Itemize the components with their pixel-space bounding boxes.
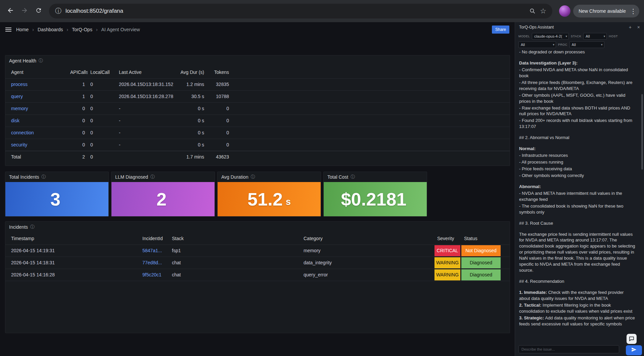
browser-toolbar: ⓘ localhost:8502/grafana ☆ New Chrome av… [0,0,644,22]
info-icon[interactable]: ⓘ [42,174,46,180]
host-label: HOST [609,35,618,38]
column-header[interactable]: Tokens [207,66,232,78]
status-badge: Diagnosed [461,269,501,280]
assistant-message: - NVDA and META have intermittent null v… [519,190,635,203]
forward-button[interactable] [17,4,32,18]
url-bar[interactable]: ⓘ localhost:8502/grafana ☆ [49,4,552,18]
assistant-message [519,56,635,59]
agent-link[interactable]: security [11,142,27,147]
stack-select[interactable]: All ▾ [583,33,607,40]
api-calls-cell: 1 [67,90,88,102]
avg-dur-cell: 0 s [175,115,207,127]
agent-health-title: Agent Health [9,58,36,63]
breadcrumb-item[interactable]: AI Agent Overview [92,27,140,32]
column-header[interactable]: Agent [5,66,67,78]
host-select[interactable]: All ▾ [518,41,556,48]
stack-label: STACK [571,35,581,38]
send-icon [631,347,637,354]
browser-menu-icon[interactable]: ⋮ [629,7,637,15]
column-header[interactable]: APICalls [67,66,88,78]
timestamp-cell: 2026-04-15 14:16:28 [5,269,140,281]
model-label: MODEL [518,35,530,38]
column-header[interactable]: Timestamp [5,232,140,244]
info-icon[interactable]: ⓘ [39,58,43,64]
assistant-message [519,274,635,278]
column-header[interactable]: Last Active [116,66,175,78]
issue-input[interactable] [518,345,619,353]
chrome-update-button[interactable]: New Chrome available ⋮ [573,5,639,17]
hamburger-icon[interactable] [5,27,11,33]
stat-panels-row: Total Incidents ⓘ 3 LLM Diagnosed ⓘ [5,172,510,217]
assistant-message: Normal: [519,146,635,152]
assistant-message: ## 3. Root Cause [519,220,635,226]
column-header[interactable]: Status [461,232,502,244]
reload-button[interactable] [32,4,46,18]
tokens-cell: 0 [207,115,232,127]
stat-title: Total Incidents [9,174,39,180]
agent-link[interactable]: memory [11,106,28,111]
info-icon[interactable]: ⓘ [150,174,155,180]
table-header-row: Agent APICalls LocalCall Last Active Avg… [5,66,510,78]
back-icon [7,7,14,15]
column-header[interactable]: Stack [169,232,301,244]
share-button[interactable]: Share [492,26,509,34]
chevron-down-icon: ▾ [553,43,554,46]
back-button[interactable] [3,4,17,18]
assistant-message: Data Investigation (Layer 3): [519,60,635,66]
breadcrumb-item[interactable]: Dashboards [29,27,63,32]
stat-panel: Avg Duration ⓘ 51.2 s [217,172,321,217]
page-info-icon[interactable]: ⓘ [55,7,61,15]
severity-badge: CRITICAL [434,245,460,256]
proc-label: PROC [558,43,567,46]
assistant-transcript: - No degraded or down processes Data Inv… [515,50,644,356]
send-button[interactable] [626,345,642,355]
incident-id-link[interactable]: 9f5c20c1 [142,272,162,277]
local-call-cell: 0 [88,90,116,102]
add-icon[interactable]: + [629,25,632,30]
column-header[interactable]: IncidentId [140,232,169,244]
breadcrumb-item[interactable]: TorQ-Ops [63,27,92,32]
agent-link[interactable]: connection [11,130,34,135]
avg-dur-cell: 0 s [175,127,207,139]
column-header[interactable]: Avg Dur (s) [175,66,207,78]
assistant-message: ## 2. Abnormal vs Normal [519,135,635,141]
agent-link[interactable]: query [11,94,23,99]
avatar[interactable] [559,5,570,17]
table-row: 2026-04-15 14:16:28 9f5c20c1 chat query_… [5,269,510,281]
incidents-panel: Incidents ⓘ Timestamp IncidentId Stack C… [5,221,510,333]
chevron-down-icon: ▾ [601,43,603,46]
column-header[interactable]: Category [301,232,434,244]
stat-title: LLM Diagnosed [115,174,148,180]
assistant-message: - Found 200+ records with null bid/ask v… [519,118,635,130]
last-active-cell: - [116,139,175,151]
chat-bubble-icon[interactable] [627,334,637,344]
assistant-message [519,227,635,231]
agent-link[interactable]: disk [11,118,19,123]
tokens-cell: 0 [207,139,232,151]
breadcrumb-item[interactable]: Home [16,27,29,32]
assistant-message: - Other symbols (AAPL, MSFT, GOOG, etc.)… [519,92,635,104]
severity-badge: WARNING [434,257,460,268]
info-icon[interactable]: ⓘ [30,224,35,230]
assistant-message: The exchange price feed is sending inter… [519,231,635,274]
assistant-message [519,179,635,183]
agent-link[interactable]: process [11,82,28,87]
api-calls-cell: 0 [67,115,88,127]
tokens-cell: 0 [207,127,232,139]
zoom-icon[interactable] [529,8,536,14]
assistant-message: Abnormal: [519,184,635,190]
scrollbar-thumb[interactable] [641,94,643,170]
proc-select[interactable]: All ▾ [569,41,604,48]
column-header[interactable]: LocalCall [88,66,116,78]
chrome-update-label: New Chrome available [579,8,626,14]
bookmark-star-icon[interactable]: ☆ [540,7,546,15]
assistant-message: 3. Strategic: Add data quality monitorin… [519,315,635,327]
incident-id-link[interactable]: 5847a1... [142,248,162,253]
column-header[interactable]: Severity [434,232,461,244]
incident-id-link[interactable]: 77ed8d... [142,260,162,265]
assistant-message: - Infrastructure resources [519,152,635,159]
model-select[interactable]: claude-opus-4-2( ▾ [532,33,569,40]
close-icon[interactable]: × [637,25,640,30]
info-icon[interactable]: ⓘ [351,174,355,180]
info-icon[interactable]: ⓘ [251,174,255,180]
